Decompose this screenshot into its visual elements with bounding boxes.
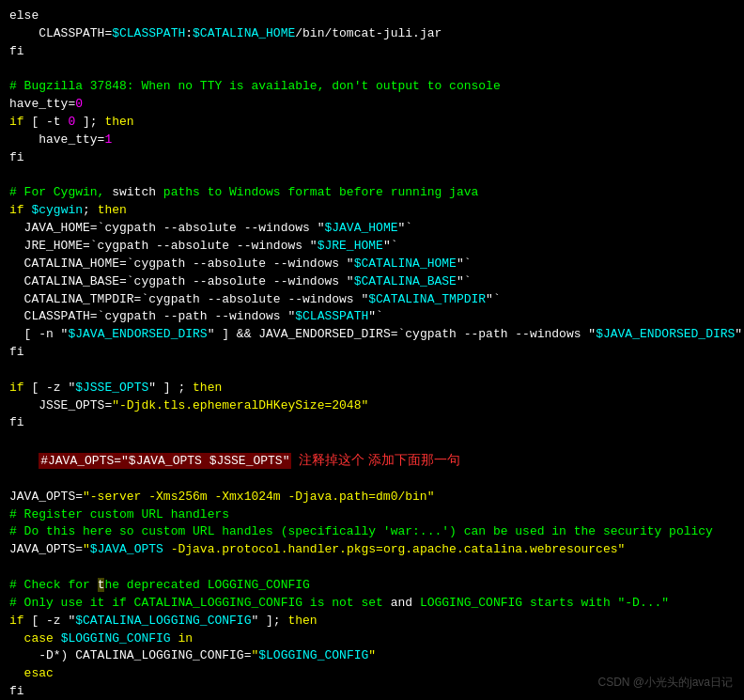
- code-line: if [ -t 0 ]; then: [9, 114, 735, 132]
- code-line: CATALINA_BASE=`cygpath --absolute --wind…: [9, 273, 735, 291]
- code-line: fi: [9, 149, 735, 167]
- code-line: fi: [9, 414, 735, 432]
- watermark: CSDN @小光头的java日记: [597, 675, 733, 691]
- code-line: CATALINA_HOME=`cygpath --absolute --wind…: [9, 256, 735, 273]
- code-line: else: [9, 8, 735, 25]
- code-line: # For Cygwin, switch paths to Windows fo…: [9, 184, 735, 202]
- code-line: # Do this here so custom URL handles (sp…: [9, 523, 735, 541]
- code-line: CLASSPATH=`cygpath --path --windows "$CL…: [9, 308, 735, 326]
- code-line: JAVA_OPTS="$JAVA_OPTS -Djava.protocol.ha…: [9, 541, 735, 559]
- code-line: have_tty=0: [9, 96, 735, 114]
- code-line: JAVA_OPTS="-server -Xms256m -Xmx1024m -D…: [9, 489, 735, 506]
- code-line: JRE_HOME=`cygpath --absolute --windows "…: [9, 238, 735, 256]
- highlighted-line: #JAVA_OPTS="$JAVA_OPTS $JSSE_OPTS"注释掉这个 …: [9, 432, 735, 489]
- code-line: # Bugzilla 37848: When no TTY is availab…: [9, 78, 735, 96]
- code-line: have_tty=1: [9, 132, 735, 149]
- code-line: [9, 362, 735, 380]
- code-line: [9, 167, 735, 185]
- code-line: # Only use it if CATALINA_LOGGING_CONFIG…: [9, 595, 735, 613]
- code-line: CATALINA_TMPDIR=`cygpath --absolute --wi…: [9, 291, 735, 309]
- code-line: CLASSPATH=$CLASSPATH:$CATALINA_HOME/bin/…: [9, 25, 735, 43]
- code-line: JAVA_HOME=`cygpath --absolute --windows …: [9, 220, 735, 238]
- code-line: [ -n "$JAVA_ENDORSED_DIRS" ] && JAVA_END…: [9, 326, 735, 344]
- code-line: JSSE_OPTS="-Djdk.tls.ephemeralDHKeySize=…: [9, 397, 735, 415]
- code-container: else CLASSPATH=$CLASSPATH:$CATALINA_HOME…: [0, 0, 744, 700]
- code-line: if [ -z "$CATALINA_LOGGING_CONFIG" ]; th…: [9, 613, 735, 630]
- code-line: # Register custom URL handlers: [9, 506, 735, 524]
- code-line: fi: [9, 344, 735, 362]
- code-line: fi: [9, 43, 735, 61]
- code-line: if [ -z "$JSSE_OPTS" ] ; then: [9, 380, 735, 397]
- code-line: -D*) CATALINA_LOGGING_CONFIG="$LOGGING_C…: [9, 647, 735, 665]
- code-line: # Check for the deprecated LOGGING_CONFI…: [9, 577, 735, 595]
- code-line: [9, 559, 735, 577]
- code-line: case $LOGGING_CONFIG in: [9, 630, 735, 648]
- code-line: [9, 61, 735, 79]
- code-line: if $cygwin; then: [9, 202, 735, 220]
